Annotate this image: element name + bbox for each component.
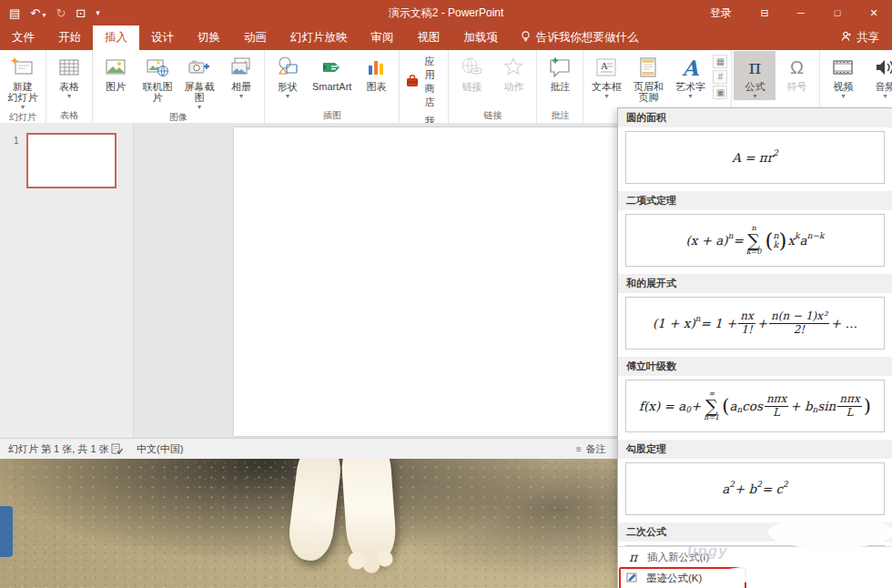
watermark-text: lingy: [687, 542, 728, 561]
math-token: cos: [742, 399, 763, 413]
ribbon-button-链接: 链接: [451, 51, 492, 92]
ribbon-display-options-icon[interactable]: ⊟: [746, 0, 783, 25]
ribbon-button-音频[interactable]: 音频▾: [864, 51, 892, 100]
watermark-blob: [718, 565, 827, 583]
notes-button[interactable]: ≡ 备注: [576, 439, 606, 459]
equation-item-圆的面积[interactable]: A = πr2: [625, 131, 885, 184]
title-bar: ▤ ↶ ▾ ↻ ⊡ ▾ 演示文稿2 - PowerPoint 登录 ⊟ ─ □ …: [0, 0, 892, 25]
button-label: 公式: [745, 81, 765, 92]
lightbulb-icon: [521, 31, 531, 46]
ribbon-group-加载项: 应用商店我的加载项▾加载项: [400, 50, 449, 123]
ribbon-button-新建幻灯片[interactable]: 新建 幻灯片▾: [2, 51, 44, 111]
ribbon-group-插图: 形状▾SmartArt图表插图: [265, 50, 400, 123]
store-icon: [405, 74, 420, 90]
maximize-button[interactable]: □: [819, 0, 856, 25]
tab-设计[interactable]: 设计: [139, 25, 186, 50]
picture-icon: [103, 54, 128, 81]
equation-item-和的展开式[interactable]: (1 + x)n = 1 + nx1! + n(n − 1)x²2! + …: [625, 297, 885, 350]
spellcheck-icon[interactable]: [111, 439, 124, 459]
ribbon-button-SmartArt[interactable]: SmartArt: [309, 51, 355, 92]
date-time-icon[interactable]: ▦: [713, 55, 727, 68]
minimize-button[interactable]: ─: [783, 0, 819, 25]
action-icon: [501, 54, 526, 81]
group-label: 图像: [95, 111, 262, 123]
equation-item-傅立叶级数[interactable]: f(x) = a0 + ∞∑n=1(an cos nπxL + bn sin n…: [625, 380, 885, 432]
close-button[interactable]: ✕: [856, 0, 892, 25]
ribbon-button-艺术字[interactable]: A艺术字▾: [669, 51, 711, 100]
tab-幻灯片放映[interactable]: 幻灯片放映: [279, 25, 360, 50]
math-token: n: [813, 405, 818, 414]
video-icon: [830, 54, 856, 81]
slide-number-icon[interactable]: #: [713, 70, 727, 84]
ribbon-button-公式[interactable]: π公式▾: [734, 51, 775, 100]
tell-me-box[interactable]: 告诉我你想要做什么: [510, 25, 650, 50]
button-label: 形状: [278, 81, 298, 92]
ribbon-button-图表[interactable]: 图表: [355, 51, 397, 92]
tab-动画[interactable]: 动画: [232, 25, 279, 50]
button-label: 符号: [786, 81, 806, 92]
equation-item-二项式定理[interactable]: (x + a)n = n∑k=0(nk)xkan−k: [625, 214, 885, 267]
math-token: a: [800, 233, 807, 248]
ribbon-button-应用商店[interactable]: 应用商店: [405, 55, 442, 109]
ribbon-button-相册[interactable]: 相册▾: [220, 51, 262, 100]
button-label: 屏幕截图: [182, 81, 217, 103]
math-token: f(x) = a: [639, 399, 685, 413]
sign-in-button[interactable]: 登录: [695, 0, 746, 25]
math-token: n: [736, 405, 742, 414]
math-token: n∑k=0: [746, 225, 762, 256]
ribbon-button-图片[interactable]: 图片: [95, 51, 137, 92]
ribbon-button-视频[interactable]: 视频▾: [822, 51, 864, 100]
math-token: +: [757, 316, 767, 330]
ribbon-button-批注[interactable]: 批注: [539, 51, 581, 92]
share-button[interactable]: 共享: [828, 25, 892, 50]
tab-视图[interactable]: 视图: [406, 25, 452, 50]
button-label: 联机图片: [140, 81, 175, 103]
ribbon-group-图像: 图片联机图片屏幕截图▾相册▾图像: [93, 50, 265, 123]
equation-icon: π: [749, 54, 762, 81]
ribbon-button-页眉和页脚[interactable]: 页眉和页脚: [627, 51, 669, 103]
chevron-down-icon: ▾: [604, 93, 608, 100]
math-token: + b: [790, 399, 812, 413]
math-token: nx1!: [738, 310, 755, 335]
math-token: 2: [729, 480, 735, 489]
tab-切换[interactable]: 切换: [186, 25, 232, 50]
math-token: ): [864, 399, 871, 414]
language-indicator[interactable]: 中文(中国): [137, 439, 183, 459]
button-label: 图片: [106, 81, 126, 92]
ribbon-button-屏幕截图[interactable]: 屏幕截图▾: [178, 51, 220, 111]
slide-thumbnail[interactable]: [26, 133, 117, 188]
insert-object-icon[interactable]: ▣: [713, 86, 727, 99]
online-pictures-icon: [145, 54, 170, 81]
math-token: (x + a): [686, 233, 728, 248]
button-label: 视频: [833, 81, 853, 92]
math-token: sin: [817, 399, 836, 413]
tab-插入[interactable]: 插入: [93, 25, 139, 50]
tab-审阅[interactable]: 审阅: [360, 25, 406, 50]
ribbon-button-形状[interactable]: 形状▾: [267, 51, 309, 100]
insert-new-equation-item[interactable]: π 插入新公式(I): [618, 547, 892, 567]
ribbon-button-表格[interactable]: 表格▾: [48, 51, 90, 100]
button-label: 表格: [59, 81, 79, 92]
photo-album-icon: [228, 54, 254, 81]
tab-开始[interactable]: 开始: [46, 25, 93, 50]
comment-icon: [547, 54, 573, 81]
button-label: 应用商店: [424, 55, 442, 109]
tab-加载项[interactable]: 加载项: [452, 25, 511, 50]
math-token: + b: [735, 482, 756, 496]
ribbon-button-动作: 动作: [492, 51, 534, 92]
button-label: 音频: [875, 81, 892, 92]
header-footer-icon: [635, 54, 661, 81]
ribbon-group-链接: 链接动作链接: [449, 50, 537, 123]
ribbon-button-文本框[interactable]: A文本框▾: [585, 51, 627, 100]
tab-文件[interactable]: 文件: [0, 25, 46, 50]
button-label: 相册: [231, 81, 251, 92]
math-token: n: [728, 231, 734, 240]
math-token: k: [795, 231, 799, 240]
ribbon-button-联机图片[interactable]: 联机图片: [137, 51, 178, 103]
equation-item-勾股定理[interactable]: a2 + b2 = c2: [625, 462, 885, 515]
chart-icon: [363, 54, 389, 81]
chevron-down-icon: ▾: [688, 93, 692, 100]
table-icon: [56, 54, 82, 81]
audio-icon: [872, 54, 892, 81]
svg-text:A: A: [601, 60, 608, 71]
